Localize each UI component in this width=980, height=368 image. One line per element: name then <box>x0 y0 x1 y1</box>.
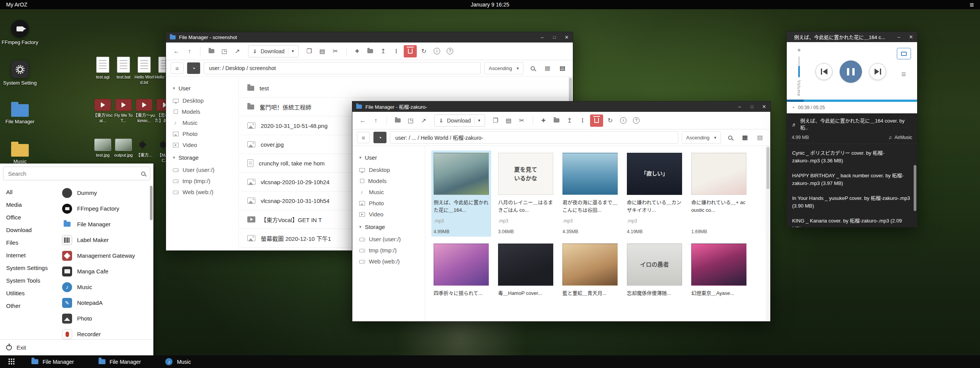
category-internet[interactable]: Internet <box>0 249 58 262</box>
sidebar-item-desktop[interactable]: Desktop <box>173 95 238 106</box>
sidebar-item-user-drive[interactable]: User (user:/) <box>359 234 425 245</box>
menu-item-file-manager[interactable]: File Manager <box>58 216 153 232</box>
close-button[interactable] <box>905 32 917 42</box>
sidebar-item-photo[interactable]: Photo <box>359 198 425 209</box>
volume-up-button[interactable]: + <box>797 47 801 54</box>
refresh-button[interactable] <box>605 114 616 127</box>
desktop-icon-ffmpeg-factory[interactable]: FFmpeg Factory <box>2 20 38 46</box>
file-row[interactable]: test <box>239 79 573 98</box>
sidebar-item-web-drive[interactable]: Web (web:/) <box>359 256 425 267</box>
sidebar-item-tmp-drive[interactable]: tmp (tmp:/) <box>173 175 238 186</box>
sidebar-item-video[interactable]: Video <box>173 139 238 150</box>
copy-button[interactable] <box>490 114 502 127</box>
close-button[interactable] <box>561 32 573 43</box>
titlebar[interactable]: File Manager - screenshot <box>166 32 573 43</box>
breadcrumb[interactable]: user: / ... / Hello World / 柘榴-zakuro- <box>390 131 678 144</box>
back-button[interactable] <box>357 114 368 127</box>
scrollbar-thumb[interactable] <box>914 165 916 211</box>
taskbar-item-music[interactable]: Music <box>165 358 191 365</box>
desktop-file[interactable]: 【東方... <box>133 136 155 158</box>
open-new-window-button[interactable] <box>405 114 416 127</box>
refresh-button[interactable] <box>418 45 430 57</box>
brand-menu[interactable]: My ArOZ <box>6 2 27 8</box>
delete-button[interactable] <box>590 114 603 127</box>
sort-dropdown[interactable]: Ascending <box>484 62 523 74</box>
hamburger-icon[interactable] <box>970 1 974 8</box>
menu-item-recorder[interactable]: Recorder <box>58 326 153 339</box>
category-media[interactable]: Media <box>0 198 58 211</box>
sidebar-item-tmp-drive[interactable]: tmp (tmp:/) <box>359 245 425 256</box>
sidebar-item-web-drive[interactable]: Web (web:/) <box>173 186 238 198</box>
properties-button[interactable] <box>431 45 443 57</box>
search-box[interactable] <box>3 167 150 180</box>
taskbar-item-file-manager-2[interactable]: File Manager <box>99 359 141 365</box>
desktop-file[interactable]: 【東方～yu kimin... <box>133 96 155 124</box>
rename-button[interactable] <box>391 45 402 57</box>
category-all[interactable]: All <box>0 186 58 198</box>
desktop-icon-system-setting[interactable]: System Setting <box>2 61 38 86</box>
new-file-button[interactable] <box>538 114 549 127</box>
menu-item-manga-cafe[interactable]: Manga Cafe <box>58 263 153 279</box>
sidebar-item-photo[interactable]: Photo <box>173 128 238 139</box>
exit-button[interactable]: Exit <box>0 339 153 355</box>
upload-button[interactable] <box>378 45 389 57</box>
desktop-file[interactable]: Hello World.txt <box>133 57 155 85</box>
sidebar-section-storage[interactable]: Storage <box>359 224 425 230</box>
category-files[interactable]: Files <box>0 236 58 249</box>
sidebar-item-desktop[interactable]: Desktop <box>359 164 425 175</box>
app-launcher-button[interactable] <box>5 355 18 368</box>
menu-item-management-gateway[interactable]: Management Gateway <box>58 248 153 263</box>
new-folder-button[interactable] <box>551 114 562 127</box>
playlist-menu-icon[interactable] <box>901 70 906 78</box>
sidebar-item-models[interactable]: Models <box>359 175 425 186</box>
file-tile[interactable]: 命に嫌われている＿+ acoustic co... 1.69MB <box>689 150 749 237</box>
download-button[interactable]: Download <box>434 114 485 127</box>
taskbar-item-file-manager-1[interactable]: File Manager <box>31 359 74 365</box>
desktop-icon-file-manager[interactable]: File Manager <box>2 101 38 125</box>
category-download[interactable]: Download <box>0 224 58 236</box>
menu-toggle-button[interactable] <box>171 62 184 74</box>
sidebar-section-user[interactable]: User <box>359 154 425 161</box>
file-tile[interactable]: 夏を見て いるかな 八月のレイニー＿はるまきごはん co... .mp3 3.0… <box>496 150 556 237</box>
list-view-button[interactable] <box>754 132 766 143</box>
desktop-icon-music[interactable]: Music <box>2 141 38 165</box>
open-button[interactable] <box>206 45 217 57</box>
desktop-file[interactable]: test.agi <box>92 57 113 80</box>
minimize-button[interactable] <box>893 32 905 42</box>
cut-button[interactable] <box>516 114 528 127</box>
menu-item-dummy[interactable]: Dummy <box>58 185 153 201</box>
scrollbar-thumb[interactable] <box>150 186 153 220</box>
back-button[interactable] <box>171 45 182 57</box>
list-view-button[interactable] <box>557 62 568 74</box>
volume-slider[interactable] <box>798 56 800 77</box>
help-button[interactable] <box>444 45 456 57</box>
breadcrumb[interactable]: user: / Desktop / screenshot <box>204 62 481 74</box>
scrollbar-thumb[interactable] <box>766 147 770 189</box>
file-tile[interactable]: 四季折々に揺られて... <box>431 241 491 315</box>
properties-button[interactable] <box>618 114 629 127</box>
now-playing[interactable]: 例えば、今此処に置かれた花に＿164 cover. by 柘.. 4.99 MB… <box>787 113 917 144</box>
scrollbar[interactable] <box>766 146 770 321</box>
up-button[interactable] <box>184 45 195 57</box>
up-button[interactable] <box>370 114 381 127</box>
menu-toggle-button[interactable] <box>357 132 370 143</box>
desktop-file[interactable]: output.jpg <box>113 136 134 158</box>
maximize-button[interactable] <box>548 32 561 43</box>
open-new-window-button[interactable] <box>219 45 230 57</box>
playlist-item[interactable]: KING _ Kanaria cover. by 柘榴-zakuro-.mp3 … <box>787 213 917 227</box>
playlist-item[interactable]: In Your Hands _ yusukeP cover. by 柘榴-zak… <box>787 191 917 213</box>
sidebar-item-music[interactable]: Music <box>359 186 425 198</box>
file-tile[interactable]: イロの愚者 忘却魔係伴傻薄随... <box>625 241 684 315</box>
rename-button[interactable] <box>577 114 589 127</box>
desktop-file[interactable]: test.jpg <box>92 136 113 158</box>
new-folder-button[interactable] <box>365 45 376 57</box>
close-button[interactable] <box>758 101 770 112</box>
recent-toggle-button[interactable] <box>373 132 386 143</box>
open-button[interactable] <box>392 114 403 127</box>
paste-button[interactable] <box>503 114 515 127</box>
sidebar-section-storage[interactable]: Storage <box>173 154 238 161</box>
seek-bar[interactable] <box>787 100 917 102</box>
playlist-item[interactable]: Cynic _ ポリスピカデリー cover. by 柘榴-zakuro-.mp… <box>787 146 917 168</box>
minimize-button[interactable] <box>536 32 548 43</box>
sidebar-item-music[interactable]: Music <box>173 117 238 128</box>
